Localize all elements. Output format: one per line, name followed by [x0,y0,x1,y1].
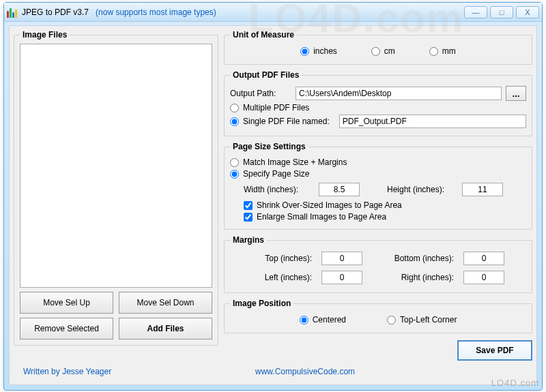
width-label: Width (inches): [244,185,312,194]
unit-label: Unit of Measure [230,30,297,40]
margin-top-input[interactable] [321,252,362,265]
unit-mm-radio[interactable]: mm [429,46,456,56]
match-size-text: Match Image Size + Margins [243,157,347,167]
margin-left-input[interactable] [321,271,362,284]
unit-inches-radio[interactable]: inches [300,46,337,56]
single-pdf-input[interactable] [230,117,239,126]
width-input[interactable] [319,183,360,196]
enlarge-input[interactable] [244,213,253,222]
left-column: Image Files Move Sel Up Move Sel Down Re… [14,30,218,380]
add-files-button[interactable]: Add Files [119,318,212,340]
unit-cm-text: cm [384,46,395,56]
enlarge-check[interactable]: Enlarge Small Images to Page Area [244,212,386,222]
window: JPEG to PDF v3.7 (now supports most imag… [3,2,543,391]
save-pdf-button[interactable]: Save PDF [457,340,532,361]
app-icon [7,7,18,18]
website-link[interactable]: www.CompulsiveCode.com [255,367,355,376]
right-column: Unit of Measure inches cm mm [224,30,532,380]
multiple-pdf-input[interactable] [230,104,239,112]
centered-input[interactable] [300,316,308,325]
close-button[interactable]: X [516,6,539,18]
height-label: Height (inches): [387,185,455,194]
image-files-label: Image Files [20,30,70,40]
single-pdf-radio[interactable]: Single PDF File named: [230,117,330,126]
move-up-button[interactable]: Move Sel Up [20,292,113,314]
margins-label: Margins [230,235,267,245]
output-label: Output PDF Files [230,70,302,80]
multiple-pdf-text: Multiple PDF Files [243,103,309,112]
margins-group: Margins Top (inches): Bottom (inches): L… [224,235,532,293]
specify-size-input[interactable] [230,170,239,179]
match-size-radio[interactable]: Match Image Size + Margins [230,157,347,167]
centered-text: Centered [313,315,346,325]
multiple-pdf-radio[interactable]: Multiple PDF Files [230,103,309,112]
titlebar: JPEG to PDF v3.7 (now supports most imag… [4,3,542,22]
position-group: Image Position Centered Top-Left Corner [224,299,532,333]
page-size-label: Page Size Settings [230,142,308,151]
topleft-radio[interactable]: Top-Left Corner [387,315,457,325]
unit-mm-text: mm [442,46,456,56]
shrink-input[interactable] [244,201,253,210]
unit-group: Unit of Measure inches cm mm [224,30,532,65]
margin-left-label: Left (inches): [237,273,312,282]
margin-right-input[interactable] [463,271,504,284]
single-pdf-name-input[interactable] [339,115,526,128]
position-label: Image Position [230,299,293,308]
window-controls: — □ X [464,6,539,18]
margin-bottom-label: Bottom (inches): [379,254,454,263]
topleft-text: Top-Left Corner [400,315,457,325]
output-path-input[interactable] [296,87,502,100]
margin-right-label: Right (inches): [379,273,454,282]
margin-top-label: Top (inches): [237,254,312,263]
unit-inches-input[interactable] [300,47,309,56]
maximize-button[interactable]: □ [490,6,513,18]
single-pdf-text: Single PDF File named: [243,117,330,126]
specify-size-text: Specify Page Size [243,169,309,179]
remove-selected-button[interactable]: Remove Selected [20,318,113,340]
match-size-input[interactable] [230,158,239,167]
centered-radio[interactable]: Centered [300,315,346,325]
page-size-group: Page Size Settings Match Image Size + Ma… [224,142,532,230]
image-files-list[interactable] [20,44,212,288]
minimize-button[interactable]: — [464,6,487,18]
unit-cm-radio[interactable]: cm [371,46,395,56]
specify-size-radio[interactable]: Specify Page Size [230,169,309,179]
height-input[interactable] [462,183,503,196]
image-files-group: Image Files Move Sel Up Move Sel Down Re… [14,30,218,346]
enlarge-text: Enlarge Small Images to Page Area [257,212,386,222]
browse-button[interactable]: ... [506,86,526,101]
author-text: Written by Jesse Yeager [23,367,111,376]
window-title: JPEG to PDF v3.7 [22,7,89,17]
client-area: Image Files Move Sel Up Move Sel Down Re… [9,25,537,385]
shrink-text: Shrink Over-Sized Images to Page Area [257,200,402,210]
window-subtitle: (now supports most image types) [96,7,216,17]
margin-bottom-input[interactable] [463,252,504,265]
move-down-button[interactable]: Move Sel Down [119,292,212,314]
output-group: Output PDF Files Output Path: ... Multip… [224,70,532,136]
output-path-label: Output Path: [230,89,291,98]
unit-inches-text: inches [313,46,337,56]
topleft-input[interactable] [387,316,396,325]
unit-cm-input[interactable] [371,47,380,56]
shrink-check[interactable]: Shrink Over-Sized Images to Page Area [244,200,402,210]
unit-mm-input[interactable] [429,47,438,56]
